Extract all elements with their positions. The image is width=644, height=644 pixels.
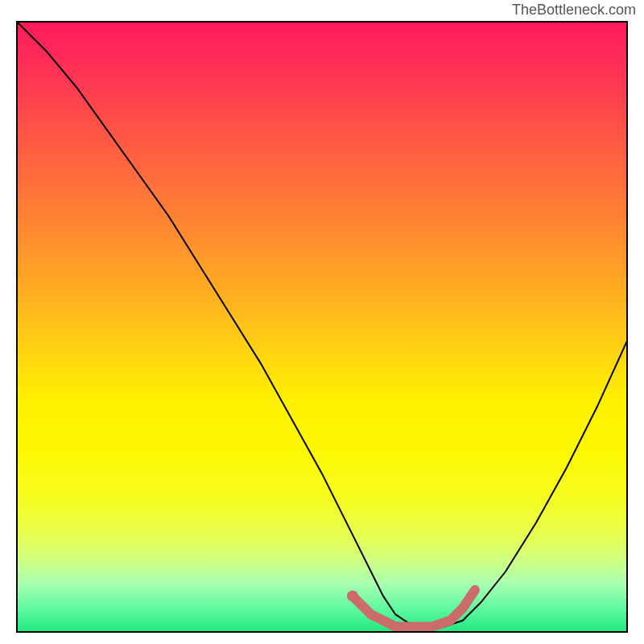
chart-svg [16,21,628,633]
curve-line [16,21,628,626]
bottleneck-chart [16,21,628,633]
highlight-segment [353,590,475,627]
attribution-text: TheBottleneck.com [512,2,636,19]
